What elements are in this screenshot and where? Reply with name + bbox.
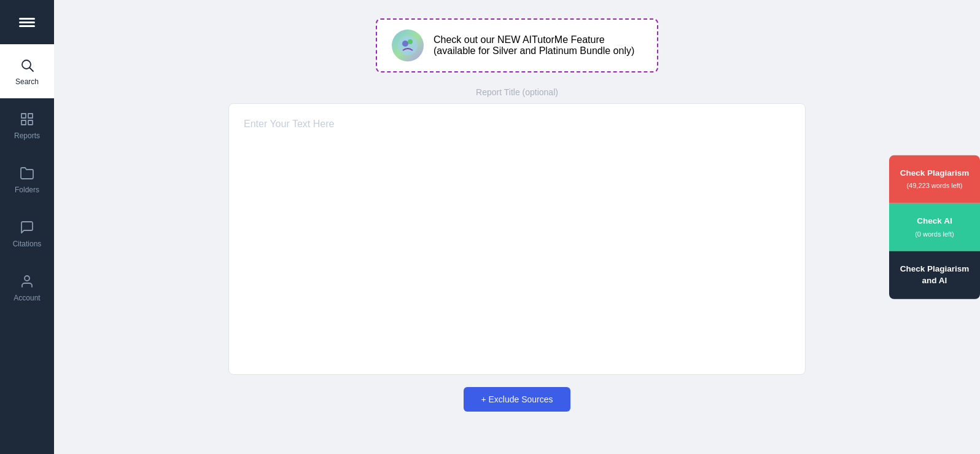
text-input-area[interactable] — [228, 103, 806, 375]
sidebar-item-folders-label: Folders — [15, 186, 39, 194]
report-title-label: Report Title (optional) — [476, 87, 558, 97]
check-plagiarism-and-ai-button[interactable]: Check Plagiarism and AI — [889, 251, 980, 299]
exclude-sources-label: + Exclude Sources — [481, 394, 553, 404]
sidebar-item-reports-label: Reports — [14, 131, 40, 140]
check-ai-label: Check AI — [898, 216, 971, 227]
account-icon — [18, 273, 36, 290]
svg-line-1 — [30, 68, 34, 72]
main-content: Check out our NEW AITutorMe Feature (ava… — [54, 0, 980, 454]
sidebar-item-citations[interactable]: Citations — [0, 206, 54, 260]
sidebar-logo[interactable] — [0, 0, 54, 44]
check-plagiarism-label: Check Plagiarism — [898, 167, 971, 179]
exclude-sources-button[interactable]: + Exclude Sources — [464, 387, 570, 412]
check-ai-sublabel: (0 words left) — [898, 230, 971, 239]
sidebar: Search Reports Folders Citations — [0, 0, 54, 454]
svg-point-5 — [402, 41, 408, 47]
check-ai-button[interactable]: Check AI (0 words left) — [889, 203, 980, 251]
check-both-label: Check Plagiarism and AI — [898, 264, 971, 287]
citations-icon — [18, 219, 36, 236]
reports-icon — [18, 111, 36, 128]
banner-line2: (available for Silver and Platinum Bundl… — [434, 45, 634, 57]
search-icon — [18, 57, 36, 74]
sidebar-item-reports[interactable]: Reports — [0, 98, 54, 152]
sidebar-item-folders[interactable]: Folders — [0, 152, 54, 206]
folders-icon — [18, 165, 36, 182]
svg-rect-2 — [28, 120, 33, 125]
sidebar-item-search[interactable]: Search — [0, 44, 54, 98]
banner-line1: Check out our NEW AITutorMe Feature — [434, 34, 634, 45]
sidebar-item-account[interactable]: Account — [0, 260, 54, 315]
svg-point-6 — [408, 39, 413, 44]
sidebar-item-account-label: Account — [14, 294, 40, 302]
main-text-input[interactable] — [229, 104, 805, 374]
action-panel: Check Plagiarism (49,223 words left) Che… — [889, 155, 980, 299]
ai-tutor-banner[interactable]: Check out our NEW AITutorMe Feature (ava… — [376, 18, 658, 72]
check-plagiarism-sublabel: (49,223 words left) — [898, 181, 971, 190]
check-plagiarism-button[interactable]: Check Plagiarism (49,223 words left) — [889, 155, 980, 203]
banner-icon — [392, 29, 424, 61]
sidebar-item-search-label: Search — [15, 77, 39, 86]
svg-point-3 — [25, 276, 29, 281]
banner-text: Check out our NEW AITutorMe Feature (ava… — [434, 34, 634, 57]
sidebar-item-citations-label: Citations — [13, 240, 42, 248]
